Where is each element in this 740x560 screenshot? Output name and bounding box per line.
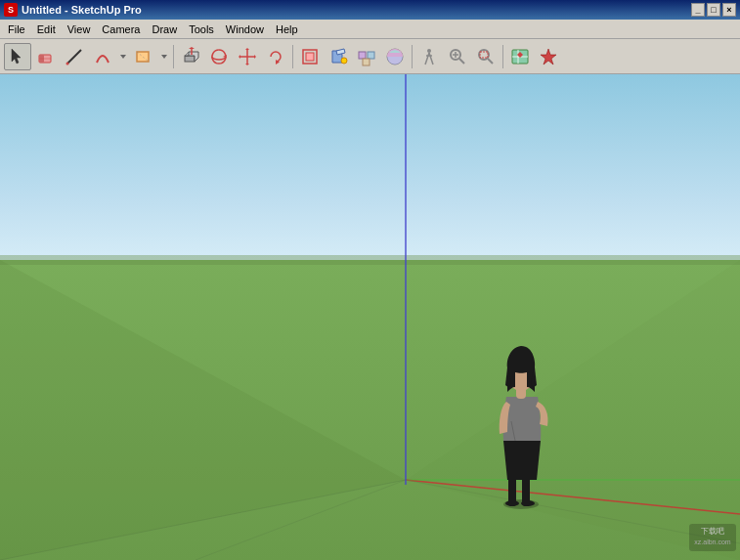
add-location-button[interactable] (506, 43, 534, 70)
select-tool-button[interactable] (4, 43, 31, 70)
menu-camera[interactable]: Camera (96, 22, 146, 37)
svg-line-3 (67, 50, 81, 64)
rotate-tool-button[interactable] (262, 43, 289, 70)
viewport[interactable]: 下载吧 xz.albn.com (0, 74, 740, 560)
svg-rect-7 (185, 56, 195, 62)
pushpull-tool-button[interactable] (177, 43, 204, 70)
svg-rect-29 (0, 74, 740, 260)
walk-tool-button[interactable] (415, 43, 443, 70)
svg-rect-15 (368, 52, 374, 59)
arc-dropdown-button[interactable] (117, 43, 129, 70)
eraser-tool-button[interactable] (32, 43, 60, 70)
svg-rect-12 (306, 53, 314, 61)
title-bar: S Untitled - SketchUp Pro _ □ × (0, 0, 740, 20)
rectangle-dropdown-button[interactable] (158, 43, 170, 70)
close-button[interactable]: × (722, 3, 736, 17)
rectangle-tool-button[interactable] (130, 43, 157, 70)
menu-help[interactable]: Help (270, 22, 304, 37)
svg-rect-25 (480, 52, 488, 58)
menu-edit[interactable]: Edit (31, 22, 62, 37)
toolbar (0, 39, 740, 74)
app-icon: S (4, 3, 18, 17)
scene-canvas: 下载吧 xz.albn.com (0, 74, 740, 560)
separator-3 (412, 45, 413, 68)
svg-text:xz.albn.com: xz.albn.com (694, 538, 731, 545)
zoom-extents-button[interactable] (296, 43, 324, 70)
svg-rect-31 (0, 255, 740, 265)
svg-point-18 (427, 49, 431, 53)
menu-file[interactable]: File (2, 22, 31, 37)
zoom-tool-button[interactable] (444, 43, 471, 70)
materials-button[interactable] (381, 43, 409, 70)
svg-point-4 (66, 62, 69, 65)
move-tool-button[interactable] (234, 43, 261, 70)
paint-bucket-button[interactable] (325, 43, 352, 70)
separator-4 (502, 45, 503, 68)
svg-line-20 (459, 59, 464, 64)
line-tool-button[interactable] (61, 43, 88, 70)
svg-line-24 (488, 59, 493, 64)
arc-tool-button[interactable] (89, 43, 116, 70)
menu-tools[interactable]: Tools (183, 22, 220, 37)
maximize-button[interactable]: □ (707, 3, 720, 17)
menu-bar: File Edit View Camera Draw Tools Window … (0, 20, 740, 39)
svg-point-13 (341, 58, 347, 64)
minimize-button[interactable]: _ (691, 3, 705, 17)
menu-window[interactable]: Window (220, 22, 270, 37)
separator-1 (173, 45, 174, 68)
svg-rect-14 (359, 52, 366, 59)
menu-view[interactable]: View (62, 22, 97, 37)
separator-2 (292, 45, 293, 68)
components-button[interactable] (353, 43, 380, 70)
svg-rect-16 (363, 59, 370, 65)
zoom-window-button[interactable] (472, 43, 500, 70)
svg-text:下载吧: 下载吧 (701, 527, 724, 536)
title-text: Untitled - SketchUp Pro (22, 4, 142, 16)
orbit-tool-button[interactable] (205, 43, 233, 70)
extra-tool-button[interactable] (535, 43, 562, 70)
menu-draw[interactable]: Draw (146, 22, 183, 37)
